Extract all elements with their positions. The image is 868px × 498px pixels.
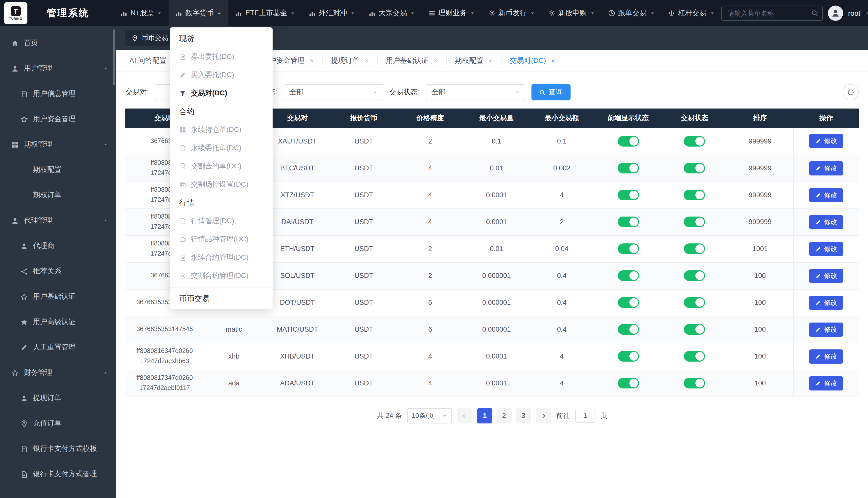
edit-button[interactable]: 修改 bbox=[809, 322, 843, 337]
sidebar-item[interactable]: 期权订单 bbox=[0, 183, 116, 208]
sidebar-scrollbar[interactable] bbox=[113, 29, 115, 85]
menu-item[interactable]: 永续委托单(DC) bbox=[170, 139, 272, 157]
sidebar-item[interactable]: 用户高级认证 bbox=[0, 309, 116, 335]
front-display-toggle[interactable] bbox=[617, 270, 639, 281]
tab[interactable]: 交易对(DC) bbox=[501, 56, 564, 65]
topnav-item[interactable]: 外汇对冲 bbox=[302, 0, 362, 26]
topnav-item[interactable]: ETF上市基金 bbox=[229, 0, 302, 26]
edit-button[interactable]: 修改 bbox=[809, 242, 843, 256]
edit-button[interactable]: 修改 bbox=[809, 349, 843, 363]
display-status-select[interactable]: 全部 bbox=[284, 84, 383, 101]
goto-page-input[interactable] bbox=[575, 408, 596, 423]
prev-page-button[interactable] bbox=[457, 408, 472, 423]
front-display-toggle[interactable] bbox=[617, 136, 639, 146]
sidebar-item[interactable]: 首页 bbox=[0, 30, 116, 56]
menu-item[interactable]: 永续合约管理(DC) bbox=[170, 249, 272, 267]
topnav-item[interactable]: 数字货币 bbox=[169, 0, 229, 26]
tab-close-icon[interactable] bbox=[433, 58, 438, 63]
tab-close-icon[interactable] bbox=[309, 58, 314, 63]
edit-button[interactable]: 修改 bbox=[809, 161, 843, 175]
edit-button[interactable]: 修改 bbox=[809, 215, 843, 229]
edit-button[interactable]: 修改 bbox=[809, 268, 843, 283]
sidebar-item[interactable]: 推荐关系 bbox=[0, 259, 116, 284]
page-size-select[interactable]: 10条/页 bbox=[407, 408, 452, 423]
front-display-toggle[interactable] bbox=[617, 244, 639, 254]
menu-item[interactable]: 卖出委托(DC) bbox=[170, 48, 272, 66]
front-display-toggle[interactable] bbox=[617, 163, 639, 173]
menu-item[interactable]: 永续持仓单(DC) bbox=[170, 121, 272, 139]
sidebar-item[interactable]: 银行卡支付方式管理 bbox=[0, 461, 116, 487]
topnav-item[interactable]: N+股票 bbox=[114, 0, 169, 26]
front-display-toggle[interactable] bbox=[617, 190, 639, 200]
menu-item[interactable]: 交割合约管理(DC) bbox=[170, 267, 272, 285]
front-display-toggle[interactable] bbox=[617, 351, 639, 362]
trade-status-toggle[interactable] bbox=[684, 163, 705, 173]
tab[interactable]: 期权配置 bbox=[447, 56, 501, 65]
menu-item[interactable]: 行情品种管理(DC) bbox=[170, 230, 272, 249]
logo[interactable]: T TURING bbox=[4, 2, 27, 24]
cell-front-display-status bbox=[594, 316, 662, 343]
sidebar-group[interactable]: 财务管理 bbox=[0, 360, 116, 385]
topnav-item[interactable]: 跟单交易 bbox=[601, 0, 661, 26]
trade-status-toggle[interactable] bbox=[684, 378, 705, 389]
page-size-value: 10条/页 bbox=[412, 411, 434, 420]
front-display-toggle[interactable] bbox=[617, 297, 639, 308]
edit-button[interactable]: 修改 bbox=[809, 134, 843, 148]
front-display-toggle[interactable] bbox=[617, 378, 639, 389]
sidebar-item[interactable]: 充值订单 bbox=[0, 411, 116, 436]
trade-status-select[interactable]: 全部 bbox=[426, 84, 525, 101]
username[interactable]: root bbox=[848, 9, 860, 17]
sidebar-item[interactable]: 代理商 bbox=[0, 233, 116, 259]
sidebar-group[interactable]: 期权管理 bbox=[0, 132, 116, 157]
page-button[interactable]: 3 bbox=[516, 408, 531, 423]
sidebar-group[interactable]: 用户管理 bbox=[0, 56, 116, 81]
edit-button[interactable]: 修改 bbox=[809, 188, 843, 202]
trade-status-toggle[interactable] bbox=[684, 217, 705, 227]
sidebar-item[interactable]: 人工重置管理 bbox=[0, 335, 116, 360]
front-display-toggle[interactable] bbox=[617, 324, 639, 335]
trade-status-toggle[interactable] bbox=[684, 324, 705, 335]
tab[interactable]: 用户基础认证 bbox=[378, 56, 447, 65]
sidebar-item[interactable]: 用户基础认证 bbox=[0, 284, 116, 309]
copy-icon bbox=[179, 181, 186, 188]
sidebar-item[interactable]: 银行卡支付方式模板 bbox=[0, 436, 116, 461]
trade-status-toggle[interactable] bbox=[684, 190, 705, 200]
sidebar-item[interactable]: 提现订单 bbox=[0, 385, 116, 411]
topnav-item[interactable]: 新币发行 bbox=[482, 0, 541, 26]
tab-close-icon[interactable] bbox=[550, 58, 556, 63]
avatar[interactable] bbox=[828, 5, 843, 21]
menu-search-input[interactable] bbox=[728, 9, 811, 17]
topnav-item[interactable]: 新股申购 bbox=[541, 0, 601, 26]
sidebar-group[interactable]: 代理管理 bbox=[0, 208, 116, 233]
menu-item[interactable]: 行情管理(DC) bbox=[170, 212, 272, 230]
page-button[interactable]: 1 bbox=[477, 408, 493, 423]
topnav-item-label: 理财业务 bbox=[438, 9, 467, 18]
tab-close-icon[interactable] bbox=[488, 58, 493, 63]
trade-status-toggle[interactable] bbox=[684, 244, 705, 254]
edit-button[interactable]: 修改 bbox=[809, 376, 843, 390]
menu-item[interactable]: 买入委托(DC) bbox=[170, 66, 272, 84]
sidebar-item[interactable]: 用户资金管理 bbox=[0, 106, 116, 132]
next-page-button[interactable] bbox=[536, 408, 551, 423]
refresh-button[interactable] bbox=[843, 84, 859, 101]
menu-item[interactable]: 交易对(DC) bbox=[170, 84, 272, 103]
tab[interactable]: 提现订单 bbox=[323, 56, 378, 65]
user-caret-down-icon[interactable] bbox=[866, 11, 868, 16]
trade-status-toggle[interactable] bbox=[684, 270, 705, 281]
menu-item[interactable]: 交割场控设置(DC) bbox=[170, 175, 272, 194]
menu-search[interactable] bbox=[721, 5, 823, 21]
topnav-item[interactable]: 理财业务 bbox=[422, 0, 482, 26]
topnav-item[interactable]: 大宗交易 bbox=[362, 0, 422, 26]
menu-item[interactable]: 交割合约单(DC) bbox=[170, 157, 272, 175]
page-button[interactable]: 2 bbox=[496, 408, 512, 423]
topnav-item[interactable]: 杠杆交易 bbox=[661, 0, 721, 26]
front-display-toggle[interactable] bbox=[617, 217, 639, 227]
sidebar-item[interactable]: 用户信息管理 bbox=[0, 81, 116, 106]
trade-status-toggle[interactable] bbox=[684, 351, 705, 362]
trade-status-toggle[interactable] bbox=[684, 136, 705, 146]
sidebar-item[interactable]: 期权配置 bbox=[0, 157, 116, 183]
edit-button[interactable]: 修改 bbox=[809, 296, 843, 310]
tab-close-icon[interactable] bbox=[364, 58, 369, 63]
trade-status-toggle[interactable] bbox=[684, 297, 705, 308]
query-button[interactable]: 查询 bbox=[531, 84, 570, 101]
